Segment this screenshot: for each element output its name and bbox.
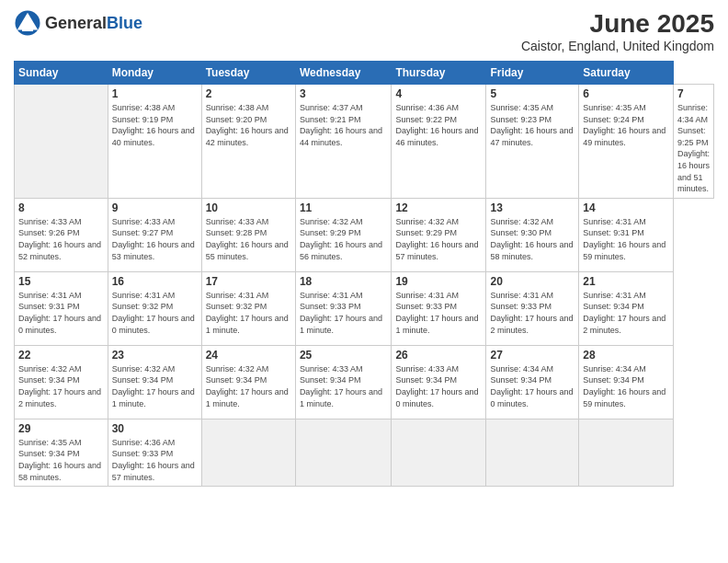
day-info: Sunrise: 4:32 AM Sunset: 9:34 PM Dayligh… — [112, 363, 198, 409]
day-info: Sunrise: 4:31 AM Sunset: 9:34 PM Dayligh… — [583, 290, 669, 336]
day-info: Sunrise: 4:31 AM Sunset: 9:31 PM Dayligh… — [18, 290, 104, 336]
day-number: 21 — [583, 275, 669, 288]
day-info: Sunrise: 4:35 AM Sunset: 9:34 PM Dayligh… — [18, 437, 104, 483]
day-info: Sunrise: 4:33 AM Sunset: 9:34 PM Dayligh… — [395, 363, 482, 409]
day-info: Sunrise: 4:31 AM Sunset: 9:33 PM Dayligh… — [490, 290, 574, 336]
calendar-cell: 18Sunrise: 4:31 AM Sunset: 9:33 PM Dayli… — [295, 271, 392, 345]
day-info: Sunrise: 4:36 AM Sunset: 9:33 PM Dayligh… — [112, 437, 198, 483]
day-number: 8 — [18, 201, 104, 214]
day-info: Sunrise: 4:31 AM Sunset: 9:33 PM Dayligh… — [395, 290, 482, 336]
logo-general-text: General — [45, 14, 107, 32]
calendar-cell: 3Sunrise: 4:37 AM Sunset: 9:21 PM Daylig… — [295, 85, 392, 199]
day-info: Sunrise: 4:35 AM Sunset: 9:23 PM Dayligh… — [490, 102, 574, 148]
day-number: 5 — [490, 87, 574, 100]
day-info: Sunrise: 4:32 AM Sunset: 9:30 PM Dayligh… — [490, 216, 574, 262]
day-number: 12 — [395, 201, 482, 214]
day-number: 3 — [300, 87, 388, 100]
day-number: 20 — [490, 275, 574, 288]
day-number: 13 — [490, 201, 574, 214]
calendar-cell — [201, 419, 295, 486]
day-number: 10 — [206, 201, 291, 214]
logo: GeneralBlue — [14, 9, 142, 37]
day-info: Sunrise: 4:31 AM Sunset: 9:33 PM Dayligh… — [300, 290, 388, 336]
logo-icon — [14, 9, 41, 37]
day-info: Sunrise: 4:35 AM Sunset: 9:24 PM Dayligh… — [583, 102, 669, 148]
day-number: 1 — [112, 87, 198, 100]
calendar-cell: 19Sunrise: 4:31 AM Sunset: 9:33 PM Dayli… — [392, 271, 486, 345]
day-number: 28 — [583, 349, 669, 362]
calendar-cell: 11Sunrise: 4:32 AM Sunset: 9:29 PM Dayli… — [295, 198, 392, 271]
calendar-cell: 24Sunrise: 4:32 AM Sunset: 9:34 PM Dayli… — [201, 345, 295, 419]
day-number: 24 — [206, 349, 291, 362]
col-saturday: Saturday — [579, 62, 674, 85]
day-number: 19 — [395, 275, 482, 288]
calendar-cell: 25Sunrise: 4:33 AM Sunset: 9:34 PM Dayli… — [295, 345, 392, 419]
calendar-cell: 21Sunrise: 4:31 AM Sunset: 9:34 PM Dayli… — [579, 271, 674, 345]
calendar-cell: 28Sunrise: 4:34 AM Sunset: 9:34 PM Dayli… — [579, 345, 674, 419]
day-number: 15 — [18, 275, 104, 288]
day-info: Sunrise: 4:37 AM Sunset: 9:21 PM Dayligh… — [300, 102, 388, 148]
calendar-cell: 16Sunrise: 4:31 AM Sunset: 9:32 PM Dayli… — [108, 271, 201, 345]
day-info: Sunrise: 4:32 AM Sunset: 9:34 PM Dayligh… — [206, 363, 291, 409]
calendar-cell: 5Sunrise: 4:35 AM Sunset: 9:23 PM Daylig… — [486, 85, 579, 199]
calendar-cell: 4Sunrise: 4:36 AM Sunset: 9:22 PM Daylig… — [392, 85, 486, 199]
location: Caistor, England, United Kingdom — [521, 39, 714, 53]
day-number: 7 — [677, 87, 710, 100]
header: GeneralBlue June 2025 Caistor, England, … — [14, 9, 714, 53]
calendar-cell — [15, 85, 108, 199]
calendar-cell — [579, 419, 674, 486]
calendar-cell — [486, 419, 579, 486]
calendar-cell: 2Sunrise: 4:38 AM Sunset: 9:20 PM Daylig… — [201, 85, 295, 199]
day-number: 17 — [206, 275, 291, 288]
day-info: Sunrise: 4:31 AM Sunset: 9:32 PM Dayligh… — [206, 290, 291, 336]
month-year: June 2025 — [521, 9, 714, 39]
day-number: 18 — [300, 275, 388, 288]
calendar-table: Sunday Monday Tuesday Wednesday Thursday… — [14, 61, 714, 487]
day-info: Sunrise: 4:33 AM Sunset: 9:26 PM Dayligh… — [18, 216, 104, 262]
day-info: Sunrise: 4:36 AM Sunset: 9:22 PM Dayligh… — [395, 102, 482, 148]
calendar-cell: 17Sunrise: 4:31 AM Sunset: 9:32 PM Dayli… — [201, 271, 295, 345]
page-container: GeneralBlue June 2025 Caistor, England, … — [0, 0, 728, 563]
calendar-cell: 23Sunrise: 4:32 AM Sunset: 9:34 PM Dayli… — [108, 345, 201, 419]
day-number: 16 — [112, 275, 198, 288]
col-sunday: Sunday — [15, 62, 108, 85]
day-number: 29 — [18, 422, 104, 435]
calendar-cell: 10Sunrise: 4:33 AM Sunset: 9:28 PM Dayli… — [201, 198, 295, 271]
calendar-cell: 8Sunrise: 4:33 AM Sunset: 9:26 PM Daylig… — [15, 198, 108, 271]
day-info: Sunrise: 4:34 AM Sunset: 9:25 PM Dayligh… — [677, 102, 710, 195]
calendar-cell: 20Sunrise: 4:31 AM Sunset: 9:33 PM Dayli… — [486, 271, 579, 345]
day-info: Sunrise: 4:34 AM Sunset: 9:34 PM Dayligh… — [583, 363, 669, 409]
day-info: Sunrise: 4:31 AM Sunset: 9:32 PM Dayligh… — [112, 290, 198, 336]
day-number: 23 — [112, 349, 198, 362]
col-tuesday: Tuesday — [201, 62, 295, 85]
calendar-cell: 14Sunrise: 4:31 AM Sunset: 9:31 PM Dayli… — [579, 198, 674, 271]
calendar-cell: 13Sunrise: 4:32 AM Sunset: 9:30 PM Dayli… — [486, 198, 579, 271]
day-number: 30 — [112, 422, 198, 435]
day-number: 9 — [112, 201, 198, 214]
day-number: 26 — [395, 349, 482, 362]
day-info: Sunrise: 4:32 AM Sunset: 9:29 PM Dayligh… — [395, 216, 482, 262]
day-info: Sunrise: 4:31 AM Sunset: 9:31 PM Dayligh… — [583, 216, 669, 262]
col-thursday: Thursday — [392, 62, 486, 85]
day-number: 4 — [395, 87, 482, 100]
day-number: 11 — [300, 201, 388, 214]
calendar-cell: 7Sunrise: 4:34 AM Sunset: 9:25 PM Daylig… — [673, 85, 713, 199]
day-number: 27 — [490, 349, 574, 362]
col-wednesday: Wednesday — [295, 62, 392, 85]
day-number: 6 — [583, 87, 669, 100]
calendar-cell: 30Sunrise: 4:36 AM Sunset: 9:33 PM Dayli… — [108, 419, 201, 486]
calendar-cell: 15Sunrise: 4:31 AM Sunset: 9:31 PM Dayli… — [15, 271, 108, 345]
day-info: Sunrise: 4:32 AM Sunset: 9:29 PM Dayligh… — [300, 216, 388, 262]
day-info: Sunrise: 4:33 AM Sunset: 9:34 PM Dayligh… — [300, 363, 388, 409]
col-friday: Friday — [486, 62, 579, 85]
calendar-cell — [295, 419, 392, 486]
title-section: June 2025 Caistor, England, United Kingd… — [521, 9, 714, 53]
calendar-cell: 29Sunrise: 4:35 AM Sunset: 9:34 PM Dayli… — [15, 419, 108, 486]
day-info: Sunrise: 4:38 AM Sunset: 9:20 PM Dayligh… — [206, 102, 291, 148]
calendar-cell: 1Sunrise: 4:38 AM Sunset: 9:19 PM Daylig… — [108, 85, 201, 199]
day-number: 2 — [206, 87, 291, 100]
calendar-cell — [392, 419, 486, 486]
svg-rect-2 — [22, 25, 33, 32]
day-info: Sunrise: 4:34 AM Sunset: 9:34 PM Dayligh… — [490, 363, 574, 409]
calendar-cell: 22Sunrise: 4:32 AM Sunset: 9:34 PM Dayli… — [15, 345, 108, 419]
